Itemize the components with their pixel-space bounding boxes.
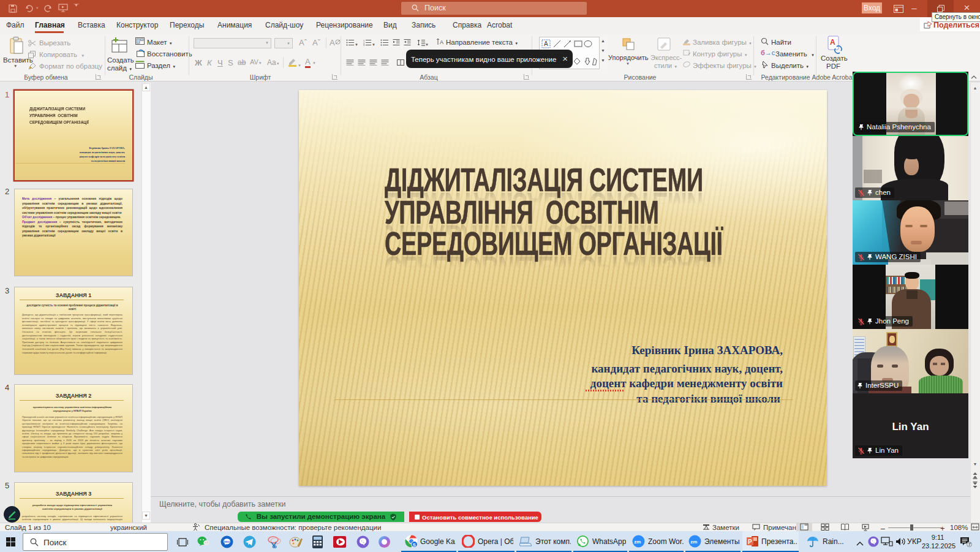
svg-text:A: A bbox=[544, 40, 548, 47]
svg-text:3: 3 bbox=[363, 43, 365, 46]
svg-text:imo: imo bbox=[224, 540, 230, 543]
svg-text:zm: zm bbox=[634, 539, 641, 545]
svg-text:7: 7 bbox=[968, 542, 971, 547]
svg-text:A: A bbox=[440, 39, 443, 45]
svg-text:P: P bbox=[748, 539, 752, 545]
svg-text:zm: zm bbox=[690, 539, 697, 545]
svg-text:A: A bbox=[830, 38, 835, 47]
svg-text:S: S bbox=[413, 542, 416, 548]
